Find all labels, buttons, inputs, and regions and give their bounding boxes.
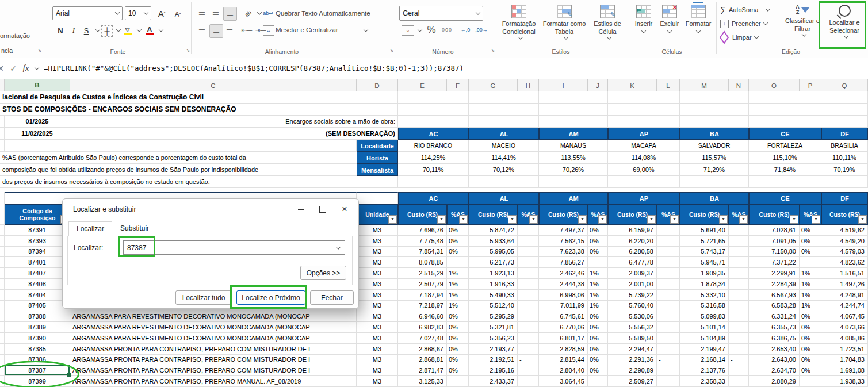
mensalista-value[interactable]: 70,11%: [398, 164, 469, 176]
custo-cell[interactable]: 2.299,91: [749, 268, 800, 279]
as-cell[interactable]: -: [657, 236, 680, 247]
as-cell[interactable]: -: [588, 376, 608, 387]
custo-cell[interactable]: 7.854,31: [398, 247, 447, 258]
as-cell[interactable]: -: [518, 376, 539, 387]
mensalista-value[interactable]: 71,29%: [680, 164, 749, 176]
alignment-dialog-launcher-icon[interactable]: ↘: [387, 48, 393, 55]
custo-cell[interactable]: 7.775,48: [398, 236, 447, 247]
as-cell[interactable]: -: [518, 247, 539, 258]
column-header-G[interactable]: G: [469, 79, 518, 92]
as-cell[interactable]: 1%: [588, 301, 608, 312]
state-header[interactable]: DF: [821, 192, 868, 204]
as-cell[interactable]: -: [657, 365, 680, 376]
custo-cell[interactable]: 4.085,86: [821, 333, 868, 344]
as-cell[interactable]: 0%: [588, 322, 608, 333]
custo-cell[interactable]: 4.519,62: [821, 225, 868, 236]
find-input-chevron-icon[interactable]: [336, 244, 341, 249]
custo-cell[interactable]: 4.248,91: [821, 290, 868, 301]
custo-cell[interactable]: 6.982,83: [398, 322, 447, 333]
unit-cell[interactable]: M3: [357, 257, 398, 268]
as-cell[interactable]: -: [729, 365, 749, 376]
custo-cell[interactable]: 5.721,65: [680, 236, 729, 247]
as-cell[interactable]: -: [657, 268, 680, 279]
city-cell[interactable]: RIO BRANCO: [398, 140, 469, 152]
as-column-header[interactable]: %AS▼: [800, 204, 821, 225]
custo-cell[interactable]: 1.497,26: [821, 279, 868, 290]
as-cell[interactable]: -: [657, 376, 680, 387]
as-cell[interactable]: -: [729, 290, 749, 301]
code-cell[interactable]: 87404: [5, 290, 70, 301]
custo-column-header[interactable]: Custo (R$)▼: [680, 204, 729, 225]
city-cell[interactable]: MACEIO: [469, 140, 539, 152]
description-cell[interactable]: ARGAMASSA PRONTA PARA CONTRAPISO, PREPAR…: [70, 344, 357, 355]
custo-cell[interactable]: 6.331,24: [749, 311, 800, 322]
as-cell[interactable]: 1%: [447, 279, 469, 290]
horista-value[interactable]: 115,10%: [749, 152, 821, 164]
unit-cell[interactable]: M3: [357, 247, 398, 258]
as-cell[interactable]: -: [588, 257, 608, 268]
as-cell[interactable]: -: [657, 333, 680, 344]
state-header[interactable]: CE: [749, 192, 821, 204]
format-cells-button[interactable]: Formatar: [683, 5, 713, 33]
custo-cell[interactable]: 6.998,06: [539, 290, 588, 301]
description-cell[interactable]: ARGAMASSA PARA REVESTIMENTO DECORATIVO M…: [70, 311, 357, 322]
format-as-table-button[interactable]: ✎ Formatar como Tabela: [542, 5, 587, 40]
custo-cell[interactable]: 2.880,29: [749, 376, 800, 387]
as-cell[interactable]: -: [518, 301, 539, 312]
custo-cell[interactable]: 6.583,28: [749, 301, 800, 312]
custo-cell[interactable]: 2.643,00: [749, 355, 800, 366]
decrease-decimal-button[interactable]: ,00→: [474, 25, 489, 35]
desoneracao-label-cell[interactable]: (SEM DESONERAÇÃO): [70, 128, 398, 140]
as-cell[interactable]: 0%: [800, 247, 821, 258]
state-header[interactable]: AC: [398, 192, 469, 204]
orientation-chevron-icon[interactable]: [257, 10, 262, 14]
as-cell[interactable]: -: [657, 355, 680, 366]
unit-cell[interactable]: M3: [357, 365, 398, 376]
custo-cell[interactable]: 6.946,60: [398, 311, 447, 322]
fill-handle[interactable]: [67, 373, 71, 377]
as-cell[interactable]: -: [518, 257, 539, 268]
custo-cell[interactable]: 2.507,79: [398, 279, 447, 290]
wrap-text-button[interactable]: Quebrar Texto Automaticamente: [276, 10, 370, 17]
as-cell[interactable]: 1%: [800, 301, 821, 312]
as-cell[interactable]: 0%: [447, 247, 469, 258]
as-cell[interactable]: -: [518, 344, 539, 355]
code-cell[interactable]: 87393: [5, 236, 70, 247]
custo-cell[interactable]: 2.358,33: [680, 376, 729, 387]
number-format-combo[interactable]: Geral: [399, 6, 483, 21]
find-input[interactable]: 87387: [123, 240, 345, 255]
as-cell[interactable]: -: [518, 268, 539, 279]
filter-button[interactable]: ▼: [790, 215, 798, 224]
custo-cell[interactable]: 2.168,14: [680, 355, 729, 366]
state-header[interactable]: AC: [398, 128, 469, 140]
mensalista-value[interactable]: 71,84%: [749, 164, 821, 176]
custo-cell[interactable]: 2.192,51: [469, 355, 518, 366]
custo-cell[interactable]: 6.217,73: [469, 257, 518, 268]
custo-column-header[interactable]: Custo (R$)▼: [608, 204, 657, 225]
date-publish-cell[interactable]: 11/02/2025: [5, 128, 70, 140]
as-cell[interactable]: -: [657, 311, 680, 322]
maximize-icon[interactable]: [313, 202, 332, 216]
underline-menu-chevron-icon[interactable]: [95, 27, 100, 32]
state-header[interactable]: AM: [539, 128, 608, 140]
as-cell[interactable]: -: [518, 311, 539, 322]
as-cell[interactable]: -: [729, 225, 749, 236]
clipboard-dialog-launcher-icon[interactable]: ↘: [35, 48, 41, 55]
mensalista-value[interactable]: 70,12%: [469, 164, 539, 176]
as-cell[interactable]: -: [729, 333, 749, 344]
custo-cell[interactable]: 4.549,20: [821, 236, 868, 247]
custo-cell[interactable]: 7.623,38: [539, 247, 588, 258]
unit-column-header[interactable]: Unidade▼: [357, 204, 398, 225]
custo-cell[interactable]: 7.011,99: [539, 301, 588, 312]
custo-cell[interactable]: 5.530,06: [608, 311, 657, 322]
as-cell[interactable]: 0%: [447, 225, 469, 236]
custo-cell[interactable]: 2.284,39: [749, 279, 800, 290]
find-select-button[interactable]: Localizar e Selecionar: [824, 5, 865, 39]
as-cell[interactable]: 1%: [588, 279, 608, 290]
as-cell[interactable]: 0%: [588, 247, 608, 258]
as-cell[interactable]: 0%: [800, 311, 821, 322]
custo-cell[interactable]: 2.001,00: [608, 279, 657, 290]
custo-cell[interactable]: 8.078,85: [398, 257, 447, 268]
column-header-L[interactable]: L: [657, 79, 680, 92]
as-cell[interactable]: -: [657, 257, 680, 268]
